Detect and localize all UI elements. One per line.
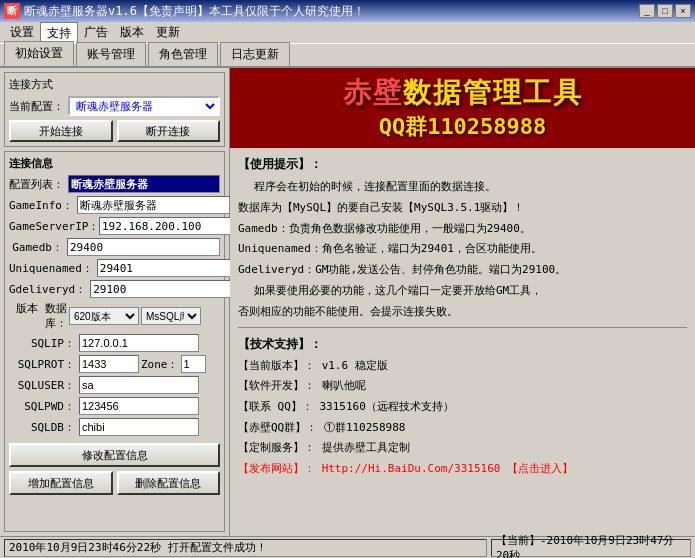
- maximize-button[interactable]: □: [657, 4, 673, 18]
- tab-initial-settings[interactable]: 初始设置: [4, 41, 74, 66]
- tech-version-label: 【当前版本】：: [238, 359, 315, 372]
- zone-input[interactable]: [181, 355, 206, 373]
- title-bar-buttons: _ □ ×: [639, 4, 691, 18]
- gdeliveryd-row: Gdeliveryd：: [9, 280, 220, 298]
- connection-section: 连接方式 当前配置： 断魂赤壁服务器 开始连接 断开连接: [4, 72, 225, 147]
- menu-update[interactable]: 更新: [150, 22, 186, 43]
- status-left: 2010年10月9日23时46分22秒 打开配置文件成功！: [4, 539, 487, 557]
- tip6: 如果要使用必要的功能，这几个端口一定要开放给GM工具，: [238, 282, 687, 301]
- conn-info-title: 连接信息: [9, 156, 220, 171]
- main-content: 连接方式 当前配置： 断魂赤壁服务器 开始连接 断开连接 连接信息 配置列表：: [0, 68, 695, 536]
- tech-define-value: 提供赤壁工具定制: [322, 441, 410, 454]
- uniquenamed-input[interactable]: [97, 259, 250, 277]
- gameinfo-input[interactable]: [77, 196, 230, 214]
- divider: [238, 327, 687, 328]
- config-select[interactable]: 断魂赤壁服务器: [68, 96, 220, 116]
- tech-dev-label: 【软件开发】：: [238, 379, 315, 392]
- tech-dev: 【软件开发】： 喇叭他呢: [238, 377, 687, 396]
- tip2: 数据库为【MySQL】的要自己安装【MySQL3.5.1驱动】！: [238, 199, 687, 218]
- connection-section-title: 连接方式: [9, 77, 220, 92]
- sqlpwd-row: SQLPWD：: [9, 397, 220, 415]
- sqlip-label: SQLIP：: [9, 336, 79, 351]
- sqlip-row: SQLIP：: [9, 334, 220, 352]
- sqluser-label: SQLUSER：: [9, 378, 79, 393]
- version-label: 版本 数据库：: [9, 301, 69, 331]
- gamedb-input[interactable]: [67, 238, 220, 256]
- sqldb-input[interactable]: [79, 418, 199, 436]
- current-config-row: 当前配置： 断魂赤壁服务器: [9, 96, 220, 116]
- tech-qq-label: 【联系 QQ】：: [238, 400, 313, 413]
- app-icon: 断: [4, 3, 20, 19]
- sqluser-row: SQLUSER：: [9, 376, 220, 394]
- tech-qq-value: 3315160（远程技术支持）: [320, 400, 454, 413]
- uniquenamed-label: Uniquenamed：: [9, 261, 97, 276]
- left-panel: 连接方式 当前配置： 断魂赤壁服务器 开始连接 断开连接 连接信息 配置列表：: [0, 68, 230, 536]
- sqlport-label: SQLPROT：: [9, 357, 79, 372]
- tip7: 否则相应的功能不能使用。会提示连接失败。: [238, 303, 687, 322]
- start-connect-button[interactable]: 开始连接: [9, 120, 113, 142]
- tech-version: 【当前版本】： v1.6 稳定版: [238, 357, 687, 376]
- qq-group-text: QQ群110258988: [379, 112, 547, 142]
- tech-version-value: v1.6 稳定版: [322, 359, 388, 372]
- tech-web-value[interactable]: Http://Hi.BaiDu.Com/3315160 【点击进入】: [322, 462, 573, 475]
- gdeliveryd-input[interactable]: [90, 280, 243, 298]
- right-panel: 赤壁数据管理工具 QQ群110258988 【使用提示】： 程序会在初始的时候，…: [230, 68, 695, 536]
- right-body: 【使用提示】： 程序会在初始的时候，连接配置里面的数据连接。 数据库为【MySQ…: [230, 148, 695, 536]
- menu-ad[interactable]: 广告: [78, 22, 114, 43]
- tech-cbqq-label: 【赤壁QQ群】：: [238, 421, 317, 434]
- modify-config-button[interactable]: 修改配置信息: [9, 443, 220, 467]
- sqlport-input[interactable]: [79, 355, 139, 373]
- sqlip-input[interactable]: [79, 334, 199, 352]
- stop-connect-button[interactable]: 断开连接: [117, 120, 221, 142]
- tab-account-management[interactable]: 账号管理: [76, 42, 146, 66]
- dbtype-select[interactable]: MsSQL库: [141, 307, 201, 325]
- tech-web: 【发布网站】： Http://Hi.BaiDu.Com/3315160 【点击进…: [238, 460, 687, 479]
- menu-bar: 设置 支持 广告 版本 更新: [0, 22, 695, 44]
- status-right: 【当前】-2010年10月9日23时47分20秒: [491, 539, 691, 557]
- conn-info-section: 连接信息 配置列表： GameInfo： GameServerIP： Gamed…: [4, 151, 225, 532]
- gdeliveryd-label: Gdeliveryd：: [9, 282, 90, 297]
- sqluser-input[interactable]: [79, 376, 199, 394]
- tip1: 程序会在初始的时候，连接配置里面的数据连接。: [238, 178, 687, 197]
- title-bar: 断 断魂赤壁服务器v1.6【免责声明】本工具仅限于个人研究使用！ _ □ ×: [0, 0, 695, 22]
- title-red: 赤壁: [343, 76, 403, 109]
- gameinfo-label: GameInfo：: [9, 198, 77, 213]
- right-title: 赤壁数据管理工具: [343, 74, 583, 112]
- gameserverip-row: GameServerIP：: [9, 217, 220, 235]
- tech-title: 【技术支持】：: [238, 334, 687, 354]
- tech-define-label: 【定制服务】：: [238, 441, 315, 454]
- status-bar: 2010年10月9日23时46分22秒 打开配置文件成功！ 【当前】-2010年…: [0, 536, 695, 558]
- minimize-button[interactable]: _: [639, 4, 655, 18]
- tech-dev-value: 喇叭他呢: [322, 379, 366, 392]
- config-list-input[interactable]: [68, 175, 220, 193]
- tech-web-label: 【发布网站】：: [238, 462, 315, 475]
- sqlport-row: SQLPROT： Zone：: [9, 355, 220, 373]
- version-row: 版本 数据库： 620版本 MsSQL库: [9, 301, 220, 331]
- config-list-row: 配置列表：: [9, 175, 220, 193]
- tip3: Gamedb：负责角色数据修改功能使用，一般端口为29400。: [238, 220, 687, 239]
- tab-log-update[interactable]: 日志更新: [220, 42, 290, 66]
- sqlpwd-label: SQLPWD：: [9, 399, 79, 414]
- gamedb-label: Gamedb：: [9, 240, 67, 255]
- tip4: Uniquenamed：角色名验证，端口为29401，合区功能使用。: [238, 240, 687, 259]
- close-button[interactable]: ×: [675, 4, 691, 18]
- connect-buttons: 开始连接 断开连接: [9, 120, 220, 142]
- tech-cbqq-value: ①群110258988: [324, 421, 406, 434]
- sqlpwd-input[interactable]: [79, 397, 199, 415]
- tab-role-management[interactable]: 角色管理: [148, 42, 218, 66]
- tips-title: 【使用提示】：: [238, 154, 687, 174]
- menu-settings[interactable]: 设置: [4, 22, 40, 43]
- menu-version[interactable]: 版本: [114, 22, 150, 43]
- tip5: Gdeliveryd：GM功能,发送公告、封停角色功能。端口为29100。: [238, 261, 687, 280]
- current-config-label: 当前配置：: [9, 99, 64, 114]
- uniquenamed-row: Uniquenamed：: [9, 259, 220, 277]
- window-title: 断魂赤壁服务器v1.6【免责声明】本工具仅限于个人研究使用！: [24, 3, 365, 20]
- delete-config-button[interactable]: 删除配置信息: [117, 471, 221, 495]
- add-config-button[interactable]: 增加配置信息: [9, 471, 113, 495]
- config-list-label: 配置列表：: [9, 177, 68, 192]
- sqldb-label: SQLDB：: [9, 420, 79, 435]
- sqldb-row: SQLDB：: [9, 418, 220, 436]
- version-select[interactable]: 620版本: [69, 307, 139, 325]
- title-yellow: 数据管理工具: [403, 76, 583, 109]
- gameinfo-row: GameInfo：: [9, 196, 220, 214]
